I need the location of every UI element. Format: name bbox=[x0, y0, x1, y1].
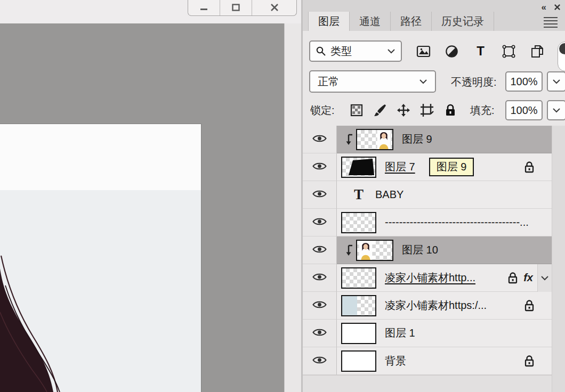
layer-row[interactable]: 凌家小铺素材https:/... bbox=[303, 292, 552, 320]
layer-row-content[interactable]: 图层 9 bbox=[337, 126, 552, 153]
visibility-toggle[interactable] bbox=[311, 243, 328, 257]
layer-row-content[interactable]: 图层 7图层 9 bbox=[337, 153, 552, 181]
layer-name[interactable]: --------------------------------------..… bbox=[385, 216, 529, 228]
layer-row-content[interactable]: 背景 bbox=[337, 347, 552, 375]
lock-icon bbox=[524, 299, 535, 312]
layer-name[interactable]: 背景 bbox=[385, 354, 406, 368]
layer-name[interactable]: 图层 1 bbox=[385, 326, 415, 340]
layer-thumbnail[interactable] bbox=[341, 212, 376, 233]
filter-type-dropdown[interactable]: 类型 bbox=[309, 40, 402, 62]
visibility-toggle[interactable] bbox=[311, 299, 328, 312]
visibility-cell bbox=[303, 264, 337, 292]
layer-row-content[interactable]: TBABY bbox=[337, 181, 552, 209]
panel-close-icon[interactable] bbox=[554, 4, 561, 11]
minimize-icon bbox=[199, 3, 209, 12]
tab-1[interactable]: 通道 bbox=[350, 12, 391, 31]
text-filter-icon[interactable]: T bbox=[471, 42, 490, 61]
visibility-toggle[interactable] bbox=[311, 188, 328, 201]
layer-row-content[interactable]: 凌家小铺素材http...fx bbox=[337, 264, 552, 292]
layer-rename-field[interactable]: 图层 9 bbox=[429, 158, 474, 176]
visibility-toggle[interactable] bbox=[311, 160, 328, 174]
visibility-cell bbox=[303, 153, 337, 181]
minimize-button[interactable] bbox=[188, 0, 220, 15]
chevron-down-icon bbox=[552, 108, 561, 113]
layer-lock-badge bbox=[524, 161, 535, 174]
opacity-value[interactable]: 100% bbox=[505, 71, 543, 92]
visibility-cell bbox=[303, 236, 337, 264]
lock-all-icon[interactable] bbox=[441, 101, 459, 119]
layer-name[interactable]: 图层 9 bbox=[402, 132, 432, 146]
chevron-down-icon bbox=[552, 79, 561, 84]
photoshop-window: « 图层通道路径历史记录 类型 bbox=[0, 0, 565, 392]
lock-position-icon[interactable] bbox=[394, 101, 413, 119]
layer-thumbnail[interactable] bbox=[341, 157, 376, 178]
blend-mode-dropdown[interactable]: 正常 bbox=[309, 70, 436, 93]
pixel-layer-filter-icon[interactable] bbox=[414, 42, 433, 61]
layer-row-content[interactable]: 图层 1 bbox=[337, 320, 552, 347]
layer-row[interactable]: TBABY bbox=[303, 181, 552, 209]
eye-icon bbox=[312, 272, 327, 282]
filter-row: 类型 T bbox=[309, 39, 565, 63]
visibility-toggle[interactable] bbox=[311, 326, 328, 340]
opacity-dropdown-button[interactable] bbox=[547, 71, 565, 92]
fx-collapse-button[interactable] bbox=[537, 264, 552, 292]
collapse-panels-icon[interactable]: « bbox=[542, 3, 545, 12]
layer-thumbnail[interactable] bbox=[356, 240, 393, 261]
close-button[interactable] bbox=[252, 0, 296, 15]
lock-icon bbox=[524, 161, 535, 174]
lock-label: 锁定: bbox=[310, 103, 335, 118]
smart-object-filter-icon[interactable] bbox=[528, 42, 547, 61]
filtering-toggle-knob bbox=[559, 43, 565, 54]
tab-3[interactable]: 历史记录 bbox=[432, 12, 494, 31]
hair-image bbox=[0, 254, 85, 392]
tab-2[interactable]: 路径 bbox=[391, 12, 432, 31]
layer-list-scrollbar[interactable] bbox=[552, 126, 565, 392]
window-controls bbox=[188, 0, 297, 16]
layer-row[interactable]: --------------------------------------..… bbox=[303, 209, 552, 236]
panel-menu-icon[interactable] bbox=[544, 17, 558, 28]
fill-value[interactable]: 100% bbox=[505, 100, 543, 120]
eye-icon bbox=[312, 300, 327, 309]
lock-pixels-icon[interactable] bbox=[371, 101, 389, 119]
layer-thumbnail[interactable] bbox=[341, 295, 376, 316]
layer-thumbnail[interactable] bbox=[341, 267, 376, 289]
layer-thumbnail[interactable] bbox=[356, 129, 393, 150]
layer-name[interactable]: 图层 10 bbox=[402, 243, 438, 257]
tab-0[interactable]: 图层 bbox=[308, 12, 350, 31]
visibility-toggle[interactable] bbox=[311, 271, 328, 284]
filtering-toggle[interactable] bbox=[558, 42, 565, 71]
eye-icon bbox=[312, 161, 327, 171]
layer-row[interactable]: 图层 7图层 9 bbox=[303, 153, 552, 181]
layer-row[interactable]: 凌家小铺素材http...fx bbox=[303, 264, 552, 292]
layer-row[interactable]: 图层 9 bbox=[303, 126, 552, 153]
layer-row-content[interactable]: 凌家小铺素材https:/... bbox=[337, 292, 552, 320]
layer-name[interactable]: BABY bbox=[375, 189, 403, 201]
layer-thumbnail[interactable] bbox=[341, 350, 376, 372]
fill-dropdown-button[interactable] bbox=[547, 100, 565, 120]
layer-name[interactable]: 凌家小铺素材https:/... bbox=[385, 298, 487, 313]
layer-row[interactable]: 图层 1 bbox=[303, 320, 552, 347]
layer-row[interactable]: 背景 bbox=[303, 347, 552, 375]
canvas-scroll-strip[interactable] bbox=[284, 23, 301, 392]
document-canvas[interactable] bbox=[0, 124, 201, 392]
layer-name[interactable]: 图层 7 bbox=[385, 160, 415, 174]
visibility-toggle[interactable] bbox=[311, 216, 328, 229]
chevron-down-icon bbox=[387, 48, 396, 54]
shape-filter-icon[interactable] bbox=[499, 42, 519, 61]
maximize-button[interactable] bbox=[220, 0, 252, 15]
layer-row[interactable]: 图层 10 bbox=[303, 236, 552, 264]
fx-badge[interactable]: fx bbox=[523, 272, 533, 284]
layer-row-content[interactable]: --------------------------------------..… bbox=[337, 209, 552, 236]
eye-icon bbox=[312, 134, 327, 143]
layer-name[interactable]: 凌家小铺素材http... bbox=[385, 271, 475, 285]
person-thumbnail-art bbox=[358, 241, 373, 260]
visibility-toggle[interactable] bbox=[311, 133, 328, 146]
layer-row-content[interactable]: 图层 10 bbox=[337, 236, 552, 264]
lock-artboard-icon[interactable] bbox=[418, 101, 436, 119]
adjustment-filter-icon[interactable] bbox=[442, 42, 462, 61]
lock-transparency-icon[interactable] bbox=[348, 101, 366, 119]
visibility-toggle[interactable] bbox=[311, 354, 328, 368]
chevron-down-icon bbox=[540, 275, 549, 281]
layer-thumbnail[interactable] bbox=[341, 323, 376, 344]
eye-icon bbox=[312, 217, 327, 226]
